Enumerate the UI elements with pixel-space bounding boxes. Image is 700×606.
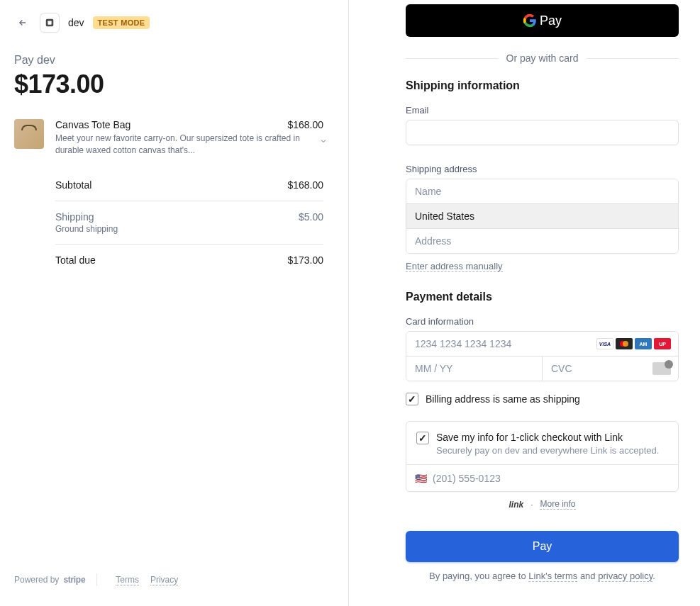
or-text: Or pay with card	[498, 52, 587, 64]
powered-by-text: Powered by	[14, 575, 59, 585]
link-save-subtitle: Securely pay on dev and everywhere Link …	[436, 445, 659, 456]
card-brand-icons: VISA AM UP	[596, 338, 671, 349]
shipping-label: Shipping	[55, 211, 118, 223]
total-row: Total due $173.00	[55, 244, 323, 276]
link-terms-link[interactable]: Link's terms	[528, 571, 577, 582]
more-info-link[interactable]: More info	[540, 499, 575, 510]
email-label: Email	[406, 105, 679, 116]
subtotal-value: $168.00	[287, 179, 323, 191]
total-amount: $173.00	[14, 69, 323, 99]
google-pay-button[interactable]: Pay	[406, 4, 679, 37]
shipping-method: Ground shipping	[55, 224, 118, 234]
link-meta: link · More info	[406, 499, 679, 510]
product-description: Meet your new favorite carry-on. Our sup…	[55, 133, 323, 157]
shipping-address-label: Shipping address	[406, 164, 679, 174]
dot-separator: ·	[530, 500, 533, 510]
test-mode-badge: TEST MODE	[93, 16, 150, 29]
expand-description-icon[interactable]	[319, 137, 328, 149]
product-price: $168.00	[287, 119, 323, 130]
address-field[interactable]	[406, 229, 678, 253]
total-label: Total due	[55, 254, 96, 266]
footer-separator	[96, 573, 97, 586]
pay-to-label: Pay dev	[14, 54, 323, 67]
product-thumbnail	[14, 119, 44, 149]
subtotal-row: Subtotal $168.00	[55, 169, 323, 201]
total-value: $173.00	[287, 254, 323, 266]
order-summary: Pay dev $173.00 Canvas Tote Bag $168.00 …	[14, 54, 323, 276]
card-input-group: VISA AM UP	[406, 331, 679, 381]
privacy-policy-link[interactable]: privacy policy	[598, 571, 652, 582]
line-item: Canvas Tote Bag $168.00 Meet your new fa…	[14, 119, 323, 157]
shipping-heading: Shipping information	[406, 79, 679, 92]
legal-text: By paying, you agree to Link's terms and…	[406, 571, 679, 581]
stripe-logo: stripe	[63, 575, 85, 585]
or-separator: Or pay with card	[406, 52, 679, 64]
mastercard-icon	[616, 338, 633, 349]
terms-link[interactable]: Terms	[116, 575, 139, 585]
link-save-title: Save my info for 1-click checkout with L…	[436, 432, 659, 443]
link-save-checkbox[interactable]	[416, 432, 429, 444]
country-flag-icon[interactable]: 🇺🇸	[415, 473, 427, 484]
svg-rect-1	[48, 21, 51, 24]
vertical-divider	[348, 0, 349, 606]
billing-same-checkbox[interactable]	[406, 393, 418, 405]
card-expiry-field[interactable]	[406, 357, 542, 381]
cvc-icon	[652, 362, 671, 375]
google-pay-label: Pay	[540, 13, 562, 28]
privacy-link[interactable]: Privacy	[150, 575, 178, 585]
billing-same-row: Billing address is same as shipping	[406, 393, 679, 405]
country-select[interactable]: United States	[406, 204, 678, 228]
merchant-name: dev	[68, 17, 84, 28]
svg-point-3	[623, 341, 628, 347]
name-field[interactable]	[406, 179, 678, 203]
back-button[interactable]	[14, 14, 31, 31]
country-value: United States	[415, 211, 474, 222]
billing-same-label: Billing address is same as shipping	[426, 393, 580, 405]
footer: Powered by stripe Terms Privacy	[14, 573, 323, 606]
email-field[interactable]	[406, 120, 679, 145]
phone-row: 🇺🇸	[406, 464, 678, 491]
visa-icon: VISA	[596, 338, 613, 349]
phone-field[interactable]	[433, 473, 670, 484]
enter-address-manually-link[interactable]: Enter address manually	[406, 261, 503, 272]
shipping-address-group: United States	[406, 179, 679, 254]
amex-icon: AM	[635, 338, 652, 349]
header: dev TEST MODE	[14, 13, 323, 33]
card-info-label: Card information	[406, 316, 679, 327]
payment-heading: Payment details	[406, 291, 679, 303]
subtotal-label: Subtotal	[55, 179, 91, 191]
google-icon	[523, 13, 537, 28]
merchant-logo	[40, 13, 60, 33]
link-logo: link	[509, 500, 523, 510]
shipping-row: Shipping Ground shipping $5.00	[55, 201, 323, 244]
pay-button[interactable]: Pay	[406, 531, 679, 562]
product-name: Canvas Tote Bag	[55, 119, 130, 130]
shipping-value: $5.00	[299, 211, 323, 234]
link-save-box: Save my info for 1-click checkout with L…	[406, 421, 679, 492]
unionpay-icon: UP	[654, 338, 671, 349]
